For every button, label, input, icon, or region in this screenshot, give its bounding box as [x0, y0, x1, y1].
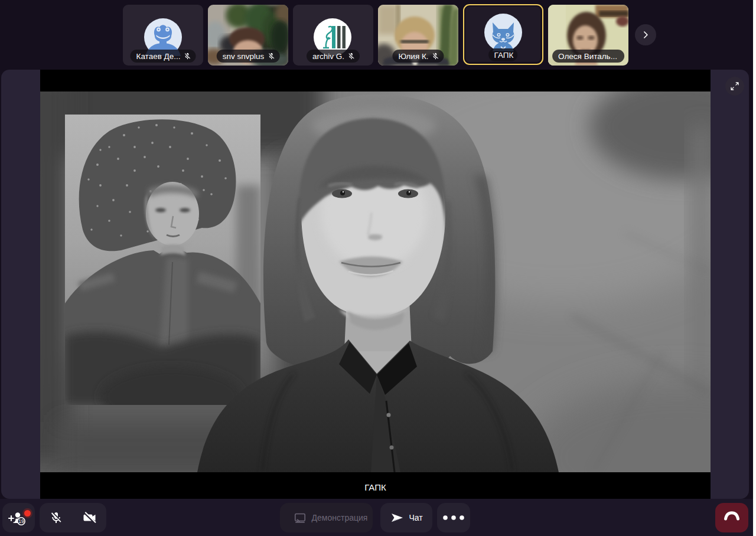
- svg-text:19: 19: [18, 518, 24, 524]
